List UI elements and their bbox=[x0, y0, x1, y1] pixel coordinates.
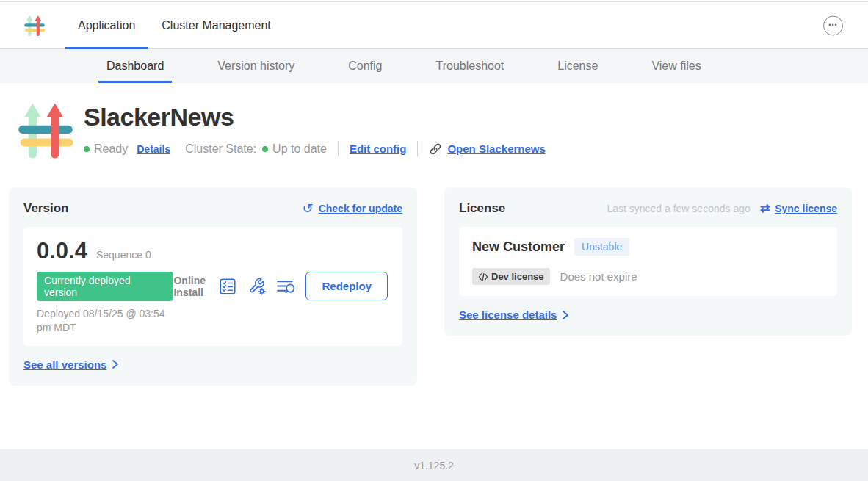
console-version: v1.125.2 bbox=[414, 460, 454, 471]
customer-name: New Customer bbox=[472, 239, 565, 255]
subnav-item-version-history[interactable]: Version history bbox=[209, 49, 303, 83]
app-subnav: Dashboard Version history Config Trouble… bbox=[0, 48, 868, 83]
app-status-row: Ready Details Cluster State: Up to date … bbox=[84, 141, 546, 156]
subnav-label: View files bbox=[651, 59, 701, 73]
header-tabs: Application Cluster Management bbox=[65, 2, 283, 48]
tab-cluster-management[interactable]: Cluster Management bbox=[149, 2, 283, 48]
channel-badge: Unstable bbox=[574, 238, 629, 256]
subnav-label: Config bbox=[348, 59, 382, 73]
subnav-label: Version history bbox=[217, 59, 294, 73]
app-status-text: Ready bbox=[94, 142, 128, 156]
details-link[interactable]: Details bbox=[137, 143, 170, 155]
subnav-item-config[interactable]: Config bbox=[340, 49, 390, 83]
edit-config-label: Edit config bbox=[350, 142, 407, 155]
dashboard-cards: Version ↺ Check for update 0.0.4 Sequenc… bbox=[9, 187, 852, 386]
preflight-checks-icon[interactable] bbox=[217, 276, 237, 296]
code-icon bbox=[478, 272, 488, 281]
more-options-button[interactable]: ••• bbox=[823, 15, 843, 35]
divider bbox=[417, 141, 418, 156]
version-card-title: Version bbox=[23, 201, 68, 216]
sync-license-link[interactable]: ⇄ Sync license bbox=[760, 203, 837, 214]
subnav-item-license[interactable]: License bbox=[549, 49, 606, 83]
cluster-state-dot bbox=[262, 146, 268, 152]
console-footer: v1.125.2 bbox=[0, 449, 868, 481]
last-synced-text: Last synced a few seconds ago bbox=[607, 203, 750, 214]
refresh-icon: ↺ bbox=[303, 202, 314, 215]
version-number: 0.0.4 bbox=[37, 238, 87, 264]
cluster-state-label: Cluster State: bbox=[185, 142, 256, 156]
sequence-label: Sequence 0 bbox=[96, 249, 151, 261]
deployed-status-badge: Currently deployed version bbox=[37, 272, 173, 301]
version-card: Version ↺ Check for update 0.0.4 Sequenc… bbox=[9, 187, 417, 386]
install-type-label: Online Install bbox=[173, 275, 208, 298]
license-card-title: License bbox=[459, 201, 505, 216]
open-app-label: Open Slackernews bbox=[447, 142, 545, 155]
chevron-right-icon bbox=[112, 359, 119, 369]
see-all-versions-link[interactable]: See all versions bbox=[23, 358, 119, 371]
top-header: Application Cluster Management ••• bbox=[0, 2, 868, 48]
page-title: SlackerNews bbox=[84, 103, 546, 131]
tab-cluster-management-label: Cluster Management bbox=[162, 19, 271, 32]
license-type-badge: Dev license bbox=[472, 268, 550, 285]
slackernews-logo-icon bbox=[23, 13, 46, 38]
license-expiration: Does not expire bbox=[560, 270, 637, 283]
tab-application-label: Application bbox=[78, 19, 135, 32]
subnav-label: License bbox=[557, 59, 598, 73]
app-head: SlackerNews Ready Details Cluster State:… bbox=[0, 97, 868, 164]
link-icon bbox=[429, 142, 442, 156]
check-for-update-label: Check for update bbox=[319, 203, 402, 214]
chevron-right-icon bbox=[562, 310, 569, 320]
subnav-label: Troubleshoot bbox=[435, 59, 504, 73]
config-wrench-icon[interactable] bbox=[247, 276, 267, 296]
app-status-dot bbox=[84, 146, 90, 152]
see-all-versions-label: See all versions bbox=[23, 358, 106, 371]
deploy-logs-icon[interactable] bbox=[276, 276, 296, 296]
see-license-details-label: See license details bbox=[459, 308, 557, 321]
subnav-item-dashboard[interactable]: Dashboard bbox=[98, 49, 172, 83]
sync-license-label: Sync license bbox=[775, 203, 837, 214]
main-content: SlackerNews Ready Details Cluster State:… bbox=[0, 83, 868, 386]
sync-icon: ⇄ bbox=[760, 203, 770, 214]
current-version-panel: 0.0.4 Sequence 0 Currently deployed vers… bbox=[23, 227, 402, 346]
license-details-panel: New Customer Unstable Dev license Does n… bbox=[459, 227, 837, 296]
deployed-timestamp: Deployed 08/15/25 @ 03:54 pm MDT bbox=[37, 307, 173, 335]
edit-config-link[interactable]: Edit config bbox=[350, 142, 407, 155]
license-card: License Last synced a few seconds ago ⇄ … bbox=[444, 187, 852, 336]
slackernews-app-icon bbox=[16, 97, 75, 164]
subnav-item-troubleshoot[interactable]: Troubleshoot bbox=[427, 49, 512, 83]
cluster-state-value: Up to date bbox=[272, 142, 327, 156]
redeploy-button[interactable]: Redeploy bbox=[305, 272, 388, 300]
see-license-details-link[interactable]: See license details bbox=[459, 308, 569, 321]
license-type-label: Dev license bbox=[491, 271, 544, 282]
subnav-label: Dashboard bbox=[106, 59, 164, 73]
tab-application[interactable]: Application bbox=[65, 2, 148, 48]
ellipsis-icon: ••• bbox=[828, 22, 837, 29]
subnav-item-view-files[interactable]: View files bbox=[643, 49, 709, 83]
divider bbox=[338, 141, 339, 156]
open-app-link[interactable]: Open Slackernews bbox=[429, 142, 545, 156]
check-for-update-link[interactable]: ↺ Check for update bbox=[303, 202, 402, 215]
